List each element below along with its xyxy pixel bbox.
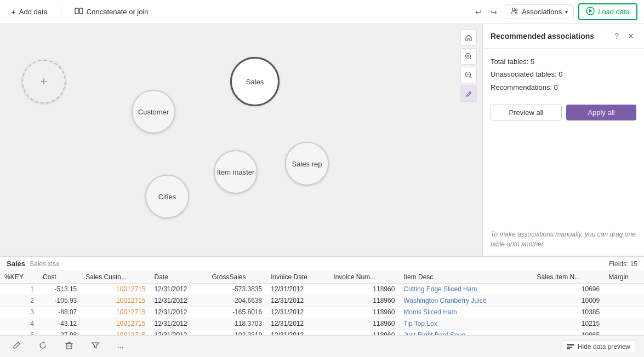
cell-item-n: 10385 [532,307,604,318]
cell-inv-num: 118960 [329,330,399,336]
cell-margin [604,284,644,295]
node-customer[interactable]: Customer [132,90,175,134]
svg-marker-5 [589,9,592,13]
cell-cost: -105.93 [38,295,81,307]
cell-date: 12/31/2012 [150,295,207,307]
zoom-out-button[interactable] [460,67,477,83]
cell-inv-date: 12/31/2012 [266,318,329,330]
cell-key: 5 [0,330,38,336]
cell-item-n: 10009 [532,295,604,307]
data-header: Sales Sales.xlsx Fields: 15 [0,257,644,271]
unassociated-stat: Unassociated tables: 0 [491,68,636,80]
cell-item-desc: Washington Cranberry Juice [399,295,532,307]
col-inv-num: Invoice Num... [329,271,399,284]
associations-label: Associations [522,8,562,16]
canvas-controls [460,30,477,102]
data-subtitle: Sales.xlsx [30,260,59,268]
toolbar-right: ↩ ↪ Associations ▾ Load data [472,3,637,20]
hide-preview-button[interactable]: Hide data preview [562,340,635,353]
cell-cost: -88.07 [38,307,81,318]
node-sales-rep[interactable]: Sales rep [285,142,329,186]
panel-title: Recommended associations [491,32,608,41]
cell-customer: 10012715 [81,295,150,307]
add-data-button[interactable]: + Add data [7,5,52,19]
recommendations-stat: Recommendations: 0 [491,81,636,94]
cell-key: 4 [0,318,38,330]
cell-inv-date: 12/31/2012 [266,284,329,295]
node-cities[interactable]: Cities [145,175,189,218]
undo-button[interactable]: ↩ [472,5,485,19]
add-data-label: Add data [19,8,48,16]
more-button[interactable]: ··· [114,340,127,353]
node-item-master-label: Item master [217,168,255,176]
table-header-row: %KEY Cost Sales.Custo... Date GrossSales… [0,271,644,284]
cell-margin [604,295,644,307]
chevron-down-icon: ▾ [565,9,568,15]
magic-button[interactable] [460,85,477,102]
panel-hint: To make associations manually, you can d… [483,223,644,256]
col-customer: Sales.Custo... [81,271,150,284]
panel-header: Recommended associations ? ✕ [483,24,644,49]
cell-margin [604,330,644,336]
person-icon [511,7,518,16]
cell-item-desc: Moms Sliced Ham [399,307,532,318]
cell-gross: -102.3319 [207,330,266,336]
canvas[interactable]: + Sales Customer Item master Sales rep C… [0,24,482,256]
col-cost: Cost [38,271,81,284]
bottom-bar: ··· Hide data preview [0,335,644,357]
data-table: %KEY Cost Sales.Custo... Date GrossSales… [0,271,644,335]
cell-cost: -43.12 [38,318,81,330]
node-sales[interactable]: Sales [230,57,280,106]
zoom-in-button[interactable] [460,48,477,65]
preview-all-button[interactable]: Preview all [491,105,562,120]
svg-rect-34 [567,347,572,348]
cell-customer: 10012715 [81,330,150,336]
table-row: 1 -513.15 10012715 12/31/2012 -573.3835 … [0,284,644,295]
cell-gross: -204.6638 [207,295,266,307]
associations-button[interactable]: Associations ▾ [505,4,574,19]
filter-button[interactable] [88,339,103,354]
main-area: + Sales Customer Item master Sales rep C… [0,24,644,256]
right-panel: Recommended associations ? ✕ Total table… [482,24,644,256]
svg-rect-35 [567,348,570,349]
svg-rect-0 [75,8,78,14]
svg-rect-1 [79,8,83,14]
edit-button[interactable] [9,339,24,354]
load-data-button[interactable]: Load data [578,3,637,20]
cell-key: 2 [0,295,38,307]
table-row: 5 -37.98 10012715 12/31/2012 -102.3319 1… [0,330,644,336]
table-row: 4 -43.12 10012715 12/31/2012 -118.3703 1… [0,318,644,330]
concat-join-button[interactable]: Concatenate or join [70,4,153,19]
node-item-master[interactable]: Item master [214,150,258,194]
add-node[interactable]: + [22,60,66,103]
redo-button[interactable]: ↪ [487,5,500,19]
cell-inv-num: 118960 [329,284,399,295]
svg-line-28 [470,77,472,78]
cell-item-n: 10215 [532,318,604,330]
refresh-button[interactable] [35,339,50,354]
home-button[interactable] [460,30,477,46]
cell-date: 12/31/2012 [150,330,207,336]
total-tables-stat: Total tables: 5 [491,55,636,68]
divider [61,5,61,19]
cell-item-desc: Tip Top Lox [399,318,532,330]
bottom-right: Hide data preview [562,340,635,353]
delete-button[interactable] [61,339,77,354]
cell-margin [604,307,644,318]
hide-preview-label: Hide data preview [578,343,630,350]
svg-rect-33 [567,344,574,346]
cell-item-desc: Just Right Beef Soup [399,330,532,336]
help-button[interactable]: ? [612,31,621,42]
cell-customer: 10012715 [81,307,150,318]
cell-inv-num: 118960 [329,295,399,307]
cell-gross: -165.8016 [207,307,266,318]
cell-gross: -573.3835 [207,284,266,295]
data-table-wrap[interactable]: %KEY Cost Sales.Custo... Date GrossSales… [0,271,644,335]
apply-all-button[interactable]: Apply all [566,105,636,120]
cell-customer: 10012715 [81,318,150,330]
col-inv-date: Invoice Date [266,271,329,284]
close-button[interactable]: ✕ [625,31,636,42]
plus-icon: + [11,7,16,16]
svg-line-25 [470,58,472,60]
panel-stats: Total tables: 5 Unassociated tables: 0 R… [483,49,644,100]
